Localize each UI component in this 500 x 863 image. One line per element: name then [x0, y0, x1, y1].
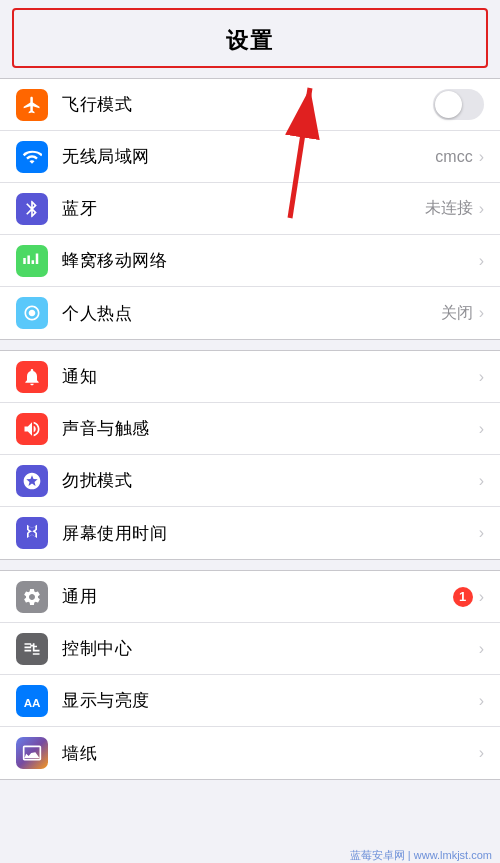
cellular-chevron: ›: [479, 252, 484, 270]
screentime-label: 屏幕使用时间: [62, 522, 479, 545]
wallpaper-chevron: ›: [479, 744, 484, 762]
bluetooth-label: 蓝牙: [62, 197, 425, 220]
flight-mode-label: 飞行模式: [62, 93, 433, 116]
wallpaper-icon: [16, 737, 48, 769]
donotdisturb-icon: [16, 465, 48, 497]
controlcenter-label: 控制中心: [62, 637, 479, 660]
network-group: 飞行模式 无线局域网 cmcc › 蓝牙 未连接 › 蜂窝移动网络: [0, 78, 500, 340]
notifications-row[interactable]: 通知 ›: [0, 351, 500, 403]
cellular-row[interactable]: 蜂窝移动网络 ›: [0, 235, 500, 287]
sounds-label: 声音与触感: [62, 417, 479, 440]
flight-mode-icon: [16, 89, 48, 121]
settings-page: 设置 飞行模式 无线局域网: [0, 8, 500, 863]
toggle-knob: [435, 91, 462, 118]
display-icon: AA: [16, 685, 48, 717]
page-title: 设置: [14, 26, 486, 56]
bluetooth-chevron: ›: [479, 200, 484, 218]
sounds-chevron: ›: [479, 420, 484, 438]
bluetooth-icon: [16, 193, 48, 225]
sounds-icon: [16, 413, 48, 445]
display-label: 显示与亮度: [62, 689, 479, 712]
general-chevron: ›: [479, 588, 484, 606]
wifi-label: 无线局域网: [62, 145, 435, 168]
notifications-label: 通知: [62, 365, 479, 388]
wallpaper-label: 墙纸: [62, 742, 479, 765]
controlcenter-icon: [16, 633, 48, 665]
bluetooth-row[interactable]: 蓝牙 未连接 ›: [0, 183, 500, 235]
hotspot-label: 个人热点: [62, 302, 441, 325]
wifi-icon: [16, 141, 48, 173]
title-bar: 设置: [12, 8, 488, 68]
wallpaper-row[interactable]: 墙纸 ›: [0, 727, 500, 779]
hotspot-chevron: ›: [479, 304, 484, 322]
donotdisturb-label: 勿扰模式: [62, 469, 479, 492]
general-icon: [16, 581, 48, 613]
screentime-icon: [16, 517, 48, 549]
bluetooth-value: 未连接: [425, 198, 473, 219]
donotdisturb-chevron: ›: [479, 472, 484, 490]
watermark: 蓝莓安卓网 | www.lmkjst.com: [350, 848, 492, 863]
general-group: 通用 1 › 控制中心 › AA 显示与亮度 › 墙纸 ›: [0, 570, 500, 780]
sounds-row[interactable]: 声音与触感 ›: [0, 403, 500, 455]
controlcenter-chevron: ›: [479, 640, 484, 658]
wifi-value: cmcc: [435, 148, 472, 166]
flight-mode-row[interactable]: 飞行模式: [0, 79, 500, 131]
notifications-chevron: ›: [479, 368, 484, 386]
svg-text:AA: AA: [24, 695, 41, 708]
general-label: 通用: [62, 585, 453, 608]
cellular-icon: [16, 245, 48, 277]
notifications-group: 通知 › 声音与触感 › 勿扰模式 › 屏幕使用时间 ›: [0, 350, 500, 560]
hotspot-value: 关闭: [441, 303, 473, 324]
donotdisturb-row[interactable]: 勿扰模式 ›: [0, 455, 500, 507]
display-row[interactable]: AA 显示与亮度 ›: [0, 675, 500, 727]
hotspot-row[interactable]: 个人热点 关闭 ›: [0, 287, 500, 339]
flight-mode-toggle[interactable]: [433, 89, 484, 120]
general-badge: 1: [453, 587, 473, 607]
screentime-chevron: ›: [479, 524, 484, 542]
controlcenter-row[interactable]: 控制中心 ›: [0, 623, 500, 675]
notifications-icon: [16, 361, 48, 393]
wifi-chevron: ›: [479, 148, 484, 166]
display-chevron: ›: [479, 692, 484, 710]
cellular-label: 蜂窝移动网络: [62, 249, 479, 272]
hotspot-icon: [16, 297, 48, 329]
screentime-row[interactable]: 屏幕使用时间 ›: [0, 507, 500, 559]
general-row[interactable]: 通用 1 ›: [0, 571, 500, 623]
wifi-row[interactable]: 无线局域网 cmcc ›: [0, 131, 500, 183]
